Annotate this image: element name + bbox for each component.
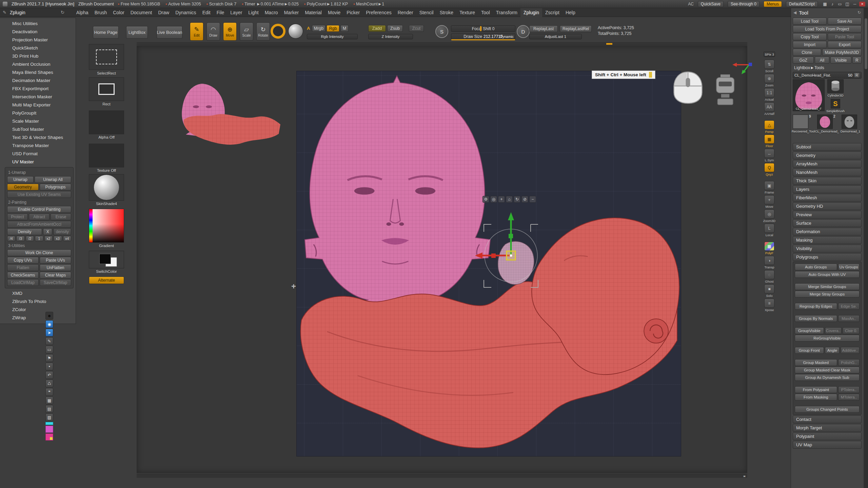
right-shelf-item[interactable]: ■ Solo	[763, 284, 775, 298]
density-multiplier-button[interactable]: x3	[54, 236, 62, 241]
zplugin-item[interactable]: XMD	[0, 289, 76, 298]
demohead-f-thumbnail[interactable]	[817, 115, 833, 129]
menu-item[interactable]: File	[214, 8, 228, 17]
see-through-slider[interactable]: See-through 0	[728, 1, 760, 7]
polygroups-button[interactable]: From Masking	[795, 394, 837, 401]
clear-maps-button[interactable]: Clear Maps	[40, 272, 71, 279]
cyan-swatch[interactable]	[45, 422, 53, 425]
window-control-icon[interactable]: ▭	[837, 2, 843, 6]
zcut-button[interactable]: Zcut	[409, 25, 424, 32]
gizmo-icon[interactable]: +	[498, 196, 505, 203]
paste-uvs-button[interactable]: Paste UVs	[40, 257, 71, 264]
active-tool-thumbnail[interactable]: CL_DemoHead_F	[793, 79, 825, 111]
zplugin-item[interactable]: Transpose Master	[0, 142, 76, 150]
lightbox-button[interactable]: LightBox	[126, 26, 148, 39]
right-shelf-item[interactable]: + Move	[763, 195, 775, 208]
window-control-icon[interactable]: ×	[859, 2, 865, 6]
tool-section[interactable]: Layers	[793, 185, 862, 193]
goz-button[interactable]: GoZ	[793, 57, 814, 64]
replay-last-button[interactable]: ReplayLast	[529, 25, 558, 32]
tool-section[interactable]: Geometry HD	[793, 202, 862, 210]
polygroups-button[interactable]: Groups By Normals	[795, 315, 837, 322]
adjust-last-slider[interactable]: AdjustLast 1	[529, 34, 582, 39]
tool-r-button[interactable]: R	[854, 73, 860, 78]
draw-size-slider[interactable]: Draw Size 212.17717 Dynamic	[451, 34, 515, 40]
menu-item[interactable]: Stroke	[437, 8, 456, 17]
mode-button[interactable]: ↻ Rotate	[256, 22, 270, 41]
polygroups-button[interactable]: Groups Changed Points	[795, 406, 860, 413]
polygroups-button[interactable]: Group Masked Clear Mask	[795, 367, 860, 373]
protect-button[interactable]: Protect	[7, 214, 28, 220]
live-boolean-button[interactable]: Live Boolean	[157, 26, 182, 39]
spix-slider[interactable]: SPix 3	[764, 52, 775, 57]
polygroups-button[interactable]: ReGroupVisible	[795, 335, 860, 342]
export-button[interactable]: Export	[828, 41, 862, 48]
right-shelf-item[interactable]: ▦ PolyF	[763, 242, 775, 255]
menu-item[interactable]: Texture	[456, 8, 478, 17]
goz-visible-button[interactable]: Visible	[830, 57, 851, 64]
gizmo-icon[interactable]: ⊘	[521, 196, 528, 203]
zplugin-item[interactable]: 3D Print Hub	[0, 52, 76, 60]
menu-item[interactable]: Zplugin	[520, 8, 542, 17]
right-shelf-item[interactable]: ▣ Frame	[763, 181, 775, 194]
xmd-icon[interactable]: ⚑	[45, 354, 53, 362]
material-thumbnail[interactable]	[89, 174, 124, 201]
tool-section[interactable]: UV Map	[793, 441, 862, 449]
zplugin-item[interactable]: Deactivation	[0, 28, 76, 36]
density-circle-icon[interactable]: D	[517, 25, 530, 38]
gizmo-icon[interactable]: ⌂	[506, 196, 513, 203]
menu-item[interactable]: Macro	[262, 8, 281, 17]
polygroups-button[interactable]: MaxAn..	[838, 315, 860, 322]
zplugin-item[interactable]: Text 3D & Vector Shapes	[0, 134, 76, 142]
zplugin-item[interactable]: Misc Utilities	[0, 20, 76, 28]
alpha-thumbnail[interactable]	[89, 110, 124, 134]
menu-item[interactable]: Render	[395, 8, 416, 17]
zplugin-item[interactable]: QuickSketch	[0, 44, 76, 52]
scrollbar-thumb[interactable]	[865, 18, 867, 69]
zadd-button[interactable]: Zadd	[368, 25, 386, 32]
polygroups-button[interactable]: Auto Groups	[795, 264, 837, 270]
tool-section[interactable]: Visibility	[793, 245, 862, 252]
density-x-button[interactable]: X	[43, 228, 52, 235]
collapse-arrow-icon[interactable]: ◀	[793, 10, 796, 15]
polygroups-button[interactable]: Group Masked	[795, 359, 837, 366]
tool-section[interactable]: Polypaint	[793, 432, 862, 440]
zplugin-item[interactable]: SubTool Master	[0, 125, 76, 134]
menu-item[interactable]: Zscript	[542, 8, 563, 17]
menu-item[interactable]: Light	[245, 8, 261, 17]
unwrap-button[interactable]: Unwrap	[7, 176, 34, 183]
right-shelf-item[interactable]: Q Qxyz	[763, 163, 775, 176]
save-as-button[interactable]: Save As	[828, 18, 862, 25]
right-shelf-item[interactable]: ◌ Ghost	[763, 270, 775, 283]
make-polymesh3d-button[interactable]: Make PolyMesh3D	[822, 49, 862, 56]
menu-item[interactable]: Marker	[281, 8, 302, 17]
right-shelf-item[interactable]: △ Persp	[763, 120, 775, 134]
polygroups-button[interactable]: Clstr 0.	[843, 327, 860, 334]
polygroups-button[interactable]: Edge Se.	[838, 303, 860, 310]
paste-tool-button[interactable]: Paste Tool	[828, 33, 862, 40]
right-shelf-item[interactable]: AA AAHalf	[763, 102, 775, 116]
tool-section[interactable]: NanoMesh	[793, 168, 862, 176]
load-tools-from-project-button[interactable]: Load Tools From Project	[793, 25, 862, 33]
z-intensity-slider[interactable]: Z Intensity	[368, 34, 413, 39]
refresh-icon[interactable]: ↻	[61, 10, 64, 15]
tool-section[interactable]: Masking	[793, 236, 862, 244]
density-multiplier-button[interactable]: x4	[63, 236, 71, 241]
menu-item[interactable]: Document	[127, 8, 155, 17]
tool-section[interactable]: Deformation	[793, 228, 862, 236]
polygroups-button[interactable]: MTolera..	[838, 394, 860, 401]
menu-item[interactable]: Help	[563, 8, 578, 17]
current-material-sphere[interactable]	[288, 24, 303, 39]
xmd-icon[interactable]: ✎	[45, 337, 53, 345]
density-multiplier-button[interactable]: x2	[44, 236, 53, 241]
quicksave-button[interactable]: QuickSave	[698, 1, 724, 7]
density-multiplier-button[interactable]: /4	[7, 236, 15, 241]
goz-all-button[interactable]: All	[815, 57, 829, 64]
lightbox-tools-row[interactable]: Lightbox►Tools	[793, 65, 862, 71]
tool-section[interactable]: ArrayMesh	[793, 160, 862, 168]
current-tool-slider[interactable]: CL_DemoHead_Flat. 50 R	[793, 72, 862, 79]
recovered-tool-thumbnail[interactable]	[793, 115, 808, 129]
zplugin-item[interactable]: ZBrush To Photo	[0, 298, 76, 306]
tool-section[interactable]: Surface	[793, 219, 862, 227]
right-shelf-item[interactable]: L Local	[763, 224, 775, 237]
